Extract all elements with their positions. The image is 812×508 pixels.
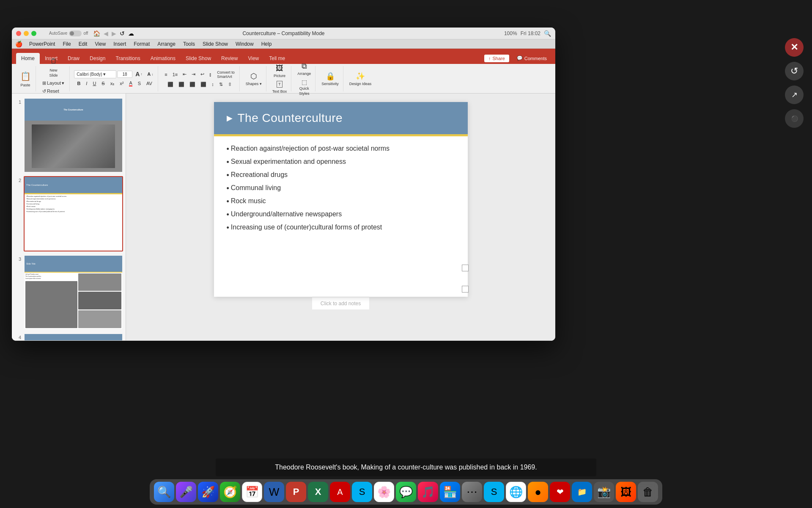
textbox-button[interactable]: T Text Box <box>271 80 289 94</box>
tab-animations[interactable]: Animations <box>145 53 181 64</box>
close-overlay-button[interactable]: ✕ <box>785 38 804 57</box>
dock-acrobat[interactable]: A <box>330 482 350 502</box>
arrange-button[interactable]: ⧉ Arrange <box>296 61 313 77</box>
underline-button[interactable]: U <box>91 80 98 87</box>
refresh-icon[interactable]: ↺ <box>120 30 125 37</box>
dock-chrome[interactable]: 🌐 <box>506 482 526 502</box>
char-spacing-button[interactable]: AV <box>144 80 154 87</box>
dock-finder[interactable]: 🔍 <box>154 482 174 502</box>
slide-thumbnail-1[interactable]: The Counterculture <box>24 98 123 173</box>
autosave-toggle[interactable] <box>69 30 82 36</box>
paste-button[interactable]: 📋 Paste <box>18 69 33 88</box>
menu-file[interactable]: File <box>59 40 74 48</box>
menu-window[interactable]: Window <box>232 40 257 48</box>
dock-photos2[interactable]: 📸 <box>594 482 614 502</box>
menu-edit[interactable]: Edit <box>75 40 91 48</box>
menu-slideshow[interactable]: Slide Show <box>199 40 231 48</box>
bullets-button[interactable]: ≡ <box>162 71 169 78</box>
search-icon[interactable]: 🔍 <box>544 30 551 37</box>
tab-design[interactable]: Design <box>85 53 110 64</box>
dock-dots[interactable]: ● <box>528 482 548 502</box>
columns-button[interactable]: ⫿ <box>207 71 214 78</box>
dock-more[interactable]: ⋯ <box>462 482 482 502</box>
tab-slideshow[interactable]: Slide Show <box>181 53 216 64</box>
notes-area[interactable]: Click to add notes <box>312 297 369 309</box>
text-direction[interactable]: ⇅ <box>217 81 225 88</box>
tab-view[interactable]: View <box>243 53 264 64</box>
line-spacing[interactable]: ↕ <box>209 81 216 88</box>
indent-decrease[interactable]: ⇤ <box>181 71 189 78</box>
dock-word[interactable]: W <box>264 482 284 502</box>
dock-skype[interactable]: S <box>352 482 372 502</box>
new-slide-button[interactable]: 🗒 New Slide <box>46 55 61 78</box>
maximize-button[interactable] <box>31 31 36 36</box>
menu-format[interactable]: Format <box>130 40 153 48</box>
tab-review[interactable]: Review <box>216 53 243 64</box>
apple-menu[interactable]: 🍎 <box>15 41 22 47</box>
slide-thumbnail-2[interactable]: The Counterculture •Reaction against/rej… <box>24 176 123 251</box>
subscript-button[interactable]: x₂ <box>108 80 117 87</box>
font-color-button[interactable]: A <box>127 80 134 87</box>
dock-powerpoint[interactable]: P <box>286 482 306 502</box>
dock-excel[interactable]: X <box>308 482 328 502</box>
font-selector[interactable]: Calibri (Body)▾ <box>74 70 116 78</box>
menu-powerpoint[interactable]: PowerPoint <box>26 40 58 48</box>
close-button[interactable] <box>16 31 21 36</box>
forward-icon[interactable]: ▶ <box>112 30 116 37</box>
decrease-font-button[interactable]: A↓ <box>145 71 155 77</box>
increase-font-button[interactable]: A↑ <box>133 70 144 78</box>
rtl-button[interactable]: ↩ <box>198 71 206 78</box>
fontsize-selector[interactable]: 18 <box>117 71 132 78</box>
home-icon[interactable]: 🏠 <box>93 30 100 37</box>
tab-tellme[interactable]: Tell me <box>264 53 290 64</box>
minimize-button[interactable] <box>24 31 29 36</box>
align-right[interactable]: ⬛ <box>187 81 198 88</box>
dock-calendar[interactable]: 📅 <box>242 482 262 502</box>
dock-itunes[interactable]: 🎵 <box>418 482 438 502</box>
link-overlay-button[interactable]: ↗ <box>785 86 804 104</box>
indent-increase[interactable]: ⇥ <box>189 71 198 78</box>
tab-draw[interactable]: Draw <box>63 53 85 64</box>
dock-messages[interactable]: 💬 <box>396 482 416 502</box>
dock-siri[interactable]: 🎤 <box>176 482 196 502</box>
design-ideas-button[interactable]: ✨ Design Ideas <box>348 71 373 87</box>
menu-tools[interactable]: Tools <box>180 40 198 48</box>
share-button[interactable]: ↑Share <box>484 55 509 62</box>
refresh-overlay-button[interactable]: ↺ <box>785 62 804 80</box>
back-icon[interactable]: ◀ <box>104 30 108 37</box>
italic-button[interactable]: I <box>84 80 89 87</box>
dock-trash[interactable]: 🗑 <box>638 482 658 502</box>
align-left[interactable]: ⬛ <box>165 81 176 88</box>
tab-home[interactable]: Home <box>16 53 40 64</box>
menu-view[interactable]: View <box>91 40 109 48</box>
comments-button[interactable]: 💬Comments <box>513 54 551 62</box>
resize-handle-1[interactable] <box>462 265 469 271</box>
dock-skype2[interactable]: S <box>484 482 504 502</box>
align-center[interactable]: ⬛ <box>176 81 187 88</box>
resize-handle-2[interactable] <box>462 286 469 293</box>
dock-appstore[interactable]: 🏪 <box>440 482 460 502</box>
cloud-icon[interactable]: ☁ <box>128 30 134 37</box>
sensitivity-button[interactable]: 🔒 Sensitivity <box>320 71 340 87</box>
vertical-align[interactable]: ⇳ <box>226 81 234 88</box>
main-slide-canvas[interactable]: ▶ The Counterculture • Reaction against/… <box>214 102 468 297</box>
menu-arrange[interactable]: Arrange <box>154 40 179 48</box>
layout-button[interactable]: ⊞Layout▾ <box>40 80 67 87</box>
superscript-button[interactable]: x² <box>118 80 126 87</box>
dock-preview[interactable]: 🖼 <box>616 482 636 502</box>
tab-transitions[interactable]: Transitions <box>110 53 145 64</box>
strikethrough-button[interactable]: S <box>99 80 107 87</box>
dock-safari[interactable]: 🧭 <box>220 482 240 502</box>
picture-button[interactable]: 🖼 Picture <box>272 63 287 79</box>
dock-photos[interactable]: 🌸 <box>374 482 394 502</box>
record-overlay-button[interactable]: ⚫ <box>785 109 804 128</box>
dock-bt[interactable]: ❤ <box>550 482 570 502</box>
dock-launchpad[interactable]: 🚀 <box>198 482 218 502</box>
shapes-button[interactable]: ⬡ Shapes ▾ <box>244 71 263 87</box>
dock-files[interactable]: 📁 <box>572 482 592 502</box>
bold-button[interactable]: B <box>75 80 82 87</box>
justify[interactable]: ⬛ <box>198 81 208 88</box>
menu-help[interactable]: Help <box>258 40 275 48</box>
smart-art-convert[interactable]: Convert toSmartArt <box>215 69 237 80</box>
menu-insert[interactable]: Insert <box>110 40 129 48</box>
